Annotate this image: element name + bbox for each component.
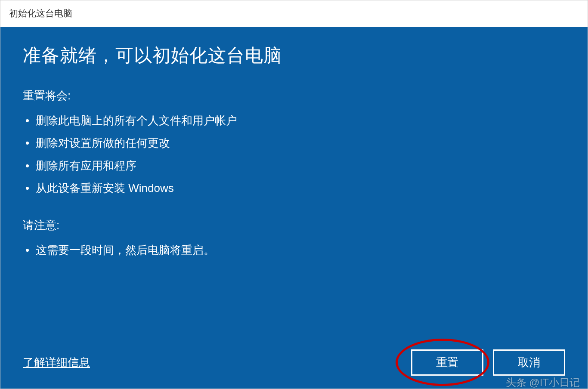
note-label: 请注意:	[23, 218, 565, 233]
list-item: 删除此电脑上的所有个人文件和用户帐户	[23, 109, 565, 132]
note-list: 这需要一段时间，然后电脑将重启。	[23, 239, 565, 261]
list-item: 从此设备重新安装 Windows	[23, 177, 565, 199]
reset-actions-list: 删除此电脑上的所有个人文件和用户帐户 删除对设置所做的任何更改 删除所有应用和程…	[23, 109, 565, 200]
learn-more-link[interactable]: 了解详细信息	[23, 355, 90, 370]
window-title: 初始化这台电脑	[0, 0, 588, 27]
note-section: 请注意: 这需要一段时间，然后电脑将重启。	[23, 218, 565, 277]
button-group: 重置 取消	[411, 349, 565, 376]
list-item: 删除对设置所做的任何更改	[23, 132, 565, 154]
reset-section: 重置将会: 删除此电脑上的所有个人文件和用户帐户 删除对设置所做的任何更改 删除…	[23, 88, 565, 215]
reset-will-label: 重置将会:	[23, 88, 565, 103]
list-item: 删除所有应用和程序	[23, 154, 565, 177]
list-item: 这需要一段时间，然后电脑将重启。	[23, 239, 565, 261]
reset-button[interactable]: 重置	[411, 349, 483, 376]
page-heading: 准备就绪，可以初始化这台电脑	[23, 43, 565, 68]
watermark-text: 头条 @IT小日记	[506, 376, 580, 389]
dialog-content: 准备就绪，可以初始化这台电脑 重置将会: 删除此电脑上的所有个人文件和用户帐户 …	[0, 27, 588, 389]
dialog-window: 初始化这台电脑 准备就绪，可以初始化这台电脑 重置将会: 删除此电脑上的所有个人…	[0, 0, 588, 389]
cancel-button[interactable]: 取消	[493, 349, 565, 376]
dialog-footer: 了解详细信息 重置 取消	[23, 349, 565, 376]
